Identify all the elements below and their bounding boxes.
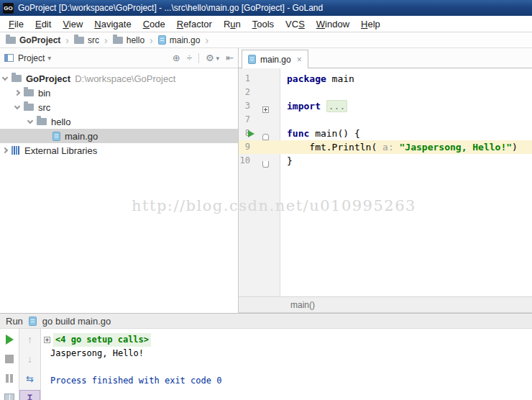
project-tree: GoProject D:\workspace\GoProject bin src [0,68,238,158]
chevron-collapsed-icon[interactable] [14,90,20,96]
console-output-line: Jaspersong, Hello! [44,347,532,360]
chevron-expanded-icon[interactable] [2,74,8,80]
folder-icon [24,104,34,111]
rerun-button[interactable] [0,332,19,347]
pause-button[interactable] [0,371,19,386]
chevron-expanded-icon[interactable] [14,103,20,109]
up-arrow-icon: ↑ [27,334,32,345]
tree-item-main-go[interactable]: main.go [0,129,238,143]
fold-end-icon[interactable] [262,161,269,168]
tree-item-goproject[interactable]: GoProject D:\workspace\GoProject [0,71,238,86]
chevron-collapsed-icon[interactable] [2,147,8,153]
breadcrumb-hello[interactable]: hello [113,35,145,45]
layout-icon [4,394,14,400]
folder-icon [113,37,123,44]
project-path: D:\workspace\GoProject [75,73,175,84]
hide-panel-icon[interactable]: ⇤ [226,53,234,63]
breadcrumb: GoProject › src › hello › main.go › [0,32,532,48]
editor: main.go × 1 package main 2 3 [239,48,532,313]
code-line-2: 2 [239,86,532,99]
folder-icon [74,37,84,44]
parameter-hint: a: [382,142,394,153]
breadcrumb-separator-icon: › [65,35,69,46]
code-line-3: 3 import ... [239,99,532,113]
menu-refactor[interactable]: Refactor [171,17,218,31]
chevron-down-icon: ▾ [216,55,220,62]
tree-item-hello[interactable]: hello [0,114,238,129]
project-tool-window: Project ▾ ⊕ ÷ ⚙ ▾ ⇤ GoProject D:\workspa… [0,48,238,313]
main-area: Project ▾ ⊕ ÷ ⚙ ▾ ⇤ GoProject D:\workspa… [0,48,532,313]
fold-expand-icon[interactable] [44,337,50,343]
gear-icon[interactable]: ⚙ [206,53,214,63]
console-setup-calls-line: <4 go setup calls> [44,333,532,347]
code-line-7: 7 [239,113,532,127]
menu-run[interactable]: Run [218,17,247,31]
down-arrow-icon: ↓ [27,353,32,365]
locate-file-icon[interactable]: ⊕ [173,53,180,63]
fold-collapse-icon[interactable] [262,134,269,140]
project-panel-header: Project ▾ ⊕ ÷ ⚙ ▾ ⇤ [0,48,238,68]
run-panel-body: ↑ ↓ ⇆ ↧ <4 go setup calls> Jaspersong, H… [0,329,532,400]
next-occurrence-button[interactable]: ↓ [19,351,40,367]
menu-edit[interactable]: Edit [29,17,57,31]
menu-navigate[interactable]: Navigate [88,17,137,31]
tree-item-src[interactable]: src [0,100,238,114]
folder-icon [12,75,22,82]
scroll-to-end-button[interactable]: ↧ [19,390,40,400]
breadcrumb-main-function[interactable]: main() [290,300,315,310]
folder-icon [24,89,34,96]
goland-window: GO GoProject [D:\workspace\GoProject] - … [0,0,532,400]
code-line-1: 1 package main [239,72,532,86]
code-editor[interactable]: 1 package main 2 3 import ... 7 [239,68,532,296]
chevron-expanded-icon[interactable] [27,117,33,123]
go-file-icon [248,55,256,64]
run-panel-title[interactable]: Run [6,316,23,327]
code-line-10: 10 } [239,154,532,168]
prev-occurrence-button[interactable]: ↑ [19,332,40,347]
project-panel-title[interactable]: Project [18,53,45,63]
breadcrumb-separator-icon: › [150,35,153,46]
restore-layout-button[interactable] [0,390,19,400]
goland-logo-icon: GO [3,3,14,14]
stop-icon [5,355,14,363]
editor-breadcrumb-bar: main() [239,296,532,313]
menu-vcs[interactable]: VCS [280,17,311,31]
fold-expand-icon[interactable] [262,106,269,113]
console-exit-line: Process finished with exit code 0 [44,374,532,388]
menu-view[interactable]: View [57,17,88,31]
run-configuration-name[interactable]: go build main.go [42,316,111,327]
menu-tools[interactable]: Tools [247,17,280,31]
wrap-lines-icon: ⇆ [26,373,34,384]
breadcrumb-separator-icon: › [205,35,208,46]
tree-item-bin[interactable]: bin [0,86,238,100]
folder-icon [37,118,47,125]
run-panel-header: Run go build main.go [0,314,532,329]
go-file-icon [158,35,166,45]
run-tool-window: Run go build main.go ↑ ↓ ⇆ ↧ <4 go setup… [0,313,532,400]
tab-main-go[interactable]: main.go × [242,50,308,68]
breadcrumb-goproject[interactable]: GoProject [6,35,60,45]
breadcrumb-src[interactable]: src [74,35,99,45]
window-title: GoProject [D:\workspace\GoProject] - ...… [18,3,323,13]
menu-window[interactable]: Window [311,17,355,31]
chevron-down-icon[interactable]: ▾ [47,54,51,62]
go-file-icon [52,132,60,141]
collapse-all-icon[interactable]: ÷ [187,53,192,63]
menu-help[interactable]: Help [355,17,386,31]
play-icon [6,335,14,345]
close-tab-icon[interactable]: × [297,55,302,65]
run-console[interactable]: <4 go setup calls> Jaspersong, Hello! Pr… [41,329,532,400]
menu-file[interactable]: File [3,17,29,31]
tree-item-external-libraries[interactable]: External Libraries [0,143,238,158]
run-main-icon[interactable] [248,130,254,137]
folder-icon [6,37,16,44]
project-tool-window-icon [4,54,14,62]
stop-button[interactable] [0,351,19,367]
soft-wrap-button[interactable]: ⇆ [19,371,40,386]
breadcrumb-main-go[interactable]: main.go [158,35,201,45]
code-line-9-current: 9 fmt.Println( a: "Jaspersong, Hello!") [239,140,532,154]
folded-code-chip[interactable]: ... [326,100,347,112]
scroll-to-end-icon: ↧ [26,393,34,400]
editor-tab-bar: main.go × [239,48,532,68]
menu-code[interactable]: Code [137,17,171,31]
